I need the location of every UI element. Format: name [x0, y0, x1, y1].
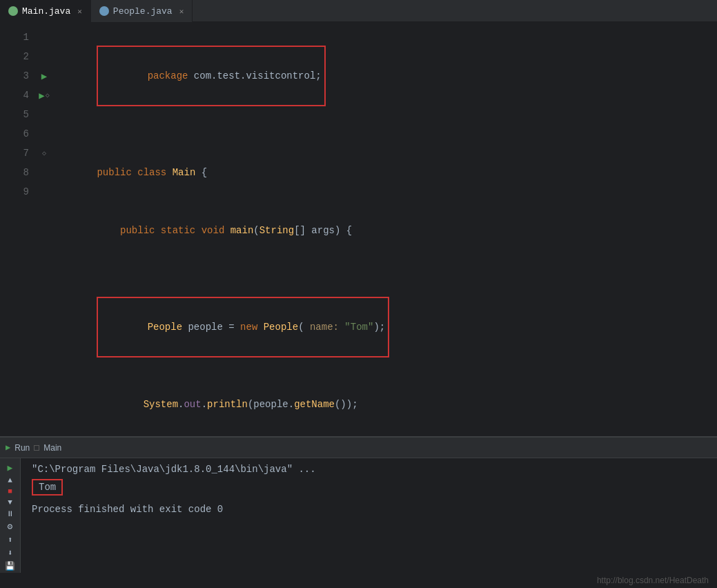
code-area[interactable]: package com.test.visitcontrol; public cl…: [54, 22, 717, 436]
gutter-row-7: ◇: [35, 144, 54, 163]
gutter-row-1: [35, 28, 54, 47]
code-line-4: public static void main(String[] args) {: [54, 202, 717, 259]
tab-people-java[interactable]: People.java ✕: [91, 0, 193, 22]
gutter-row-3[interactable]: ▶: [35, 66, 54, 86]
run-down-button[interactable]: ▼: [3, 498, 17, 507]
run-config-label[interactable]: Main: [43, 443, 61, 453]
highlight-people-new: People people = new People( name: "Tom")…: [97, 297, 389, 357]
run-import-button[interactable]: ⬇: [3, 548, 17, 558]
run-output: "C:\Program Files\Java\jdk1.8.0_144\bin\…: [21, 458, 717, 573]
tab-main-java[interactable]: Main.java ✕: [0, 0, 91, 22]
tab-main-java-label: Main.java: [22, 6, 70, 17]
run-command-line: "C:\Program Files\Java\jdk1.8.0_144\bin\…: [32, 464, 706, 475]
run-pause-button[interactable]: ⏸: [3, 509, 17, 518]
line-numbers: 1 2 3 4 5 6 7 8 9: [0, 22, 35, 436]
code-line-5: People people = new People( name: "Tom")…: [54, 259, 717, 375]
run-save-button[interactable]: 💾: [3, 561, 17, 571]
run-up-button[interactable]: ▲: [3, 476, 17, 484]
run-arrow-icon: ▶: [41, 70, 47, 82]
run-tab-icon: ▶: [6, 442, 10, 453]
code-line-7: }: [54, 433, 717, 436]
editor-gutter: ▶ ▶ ◇ ◇: [35, 22, 54, 436]
gutter-row-5: [35, 105, 54, 124]
gutter-row-6: [35, 124, 54, 144]
bookmark-2-icon: ◇: [42, 149, 46, 157]
tab-main-java-close[interactable]: ✕: [77, 7, 82, 16]
run-config-icon: [34, 445, 39, 451]
main-java-icon: [8, 6, 18, 16]
code-line-6: System.out.println(people.getName());: [54, 375, 717, 433]
tab-people-java-close[interactable]: ✕: [179, 7, 184, 16]
bookmark-icon: ◇: [46, 91, 50, 99]
bottom-panel: ▶ Run Main ▶ ▲ ■ ▼ ⏸ ⚙ ⬆ ⬇ 💾 "C:\Program…: [0, 436, 717, 588]
tab-people-java-label: People.java: [113, 6, 173, 17]
run-tab-bar: ▶ Run Main: [0, 438, 717, 458]
code-line-2: [54, 124, 717, 144]
code-line-1: package com.test.visitcontrol;: [54, 28, 717, 124]
run-arrow-2-icon: ▶: [39, 90, 44, 101]
tom-output-text: Tom: [32, 479, 63, 496]
run-content: ▶ ▲ ■ ▼ ⏸ ⚙ ⬆ ⬇ 💾 "C:\Program Files\Java…: [0, 458, 717, 573]
gutter-row-9: [35, 182, 54, 202]
tom-output-box: Tom: [32, 479, 706, 501]
gutter-row-4[interactable]: ▶ ◇: [35, 86, 54, 105]
run-stop-button[interactable]: ■: [3, 487, 17, 496]
people-java-icon: [99, 6, 109, 16]
run-sidebar: ▶ ▲ ■ ▼ ⏸ ⚙ ⬆ ⬇ 💾: [0, 458, 21, 573]
code-line-3: public class Main {: [54, 144, 717, 202]
tab-bar: Main.java ✕ People.java ✕: [0, 0, 717, 22]
run-play-button[interactable]: ▶: [3, 462, 17, 473]
process-done-text: Process finished with exit code 0: [32, 504, 706, 515]
run-export-button[interactable]: ⬆: [3, 535, 17, 545]
run-tab-label[interactable]: Run: [14, 443, 30, 453]
highlight-package: package com.test.visitcontrol;: [97, 46, 325, 106]
gutter-row-8: [35, 163, 54, 182]
run-settings-button[interactable]: ⚙: [3, 521, 17, 532]
gutter-row-2: [35, 47, 54, 66]
watermark: http://blog.csdn.net/HeatDeath: [0, 573, 717, 588]
editor-area: 1 2 3 4 5 6 7 8 9 ▶ ▶ ◇ ◇ package com.te…: [0, 22, 717, 436]
